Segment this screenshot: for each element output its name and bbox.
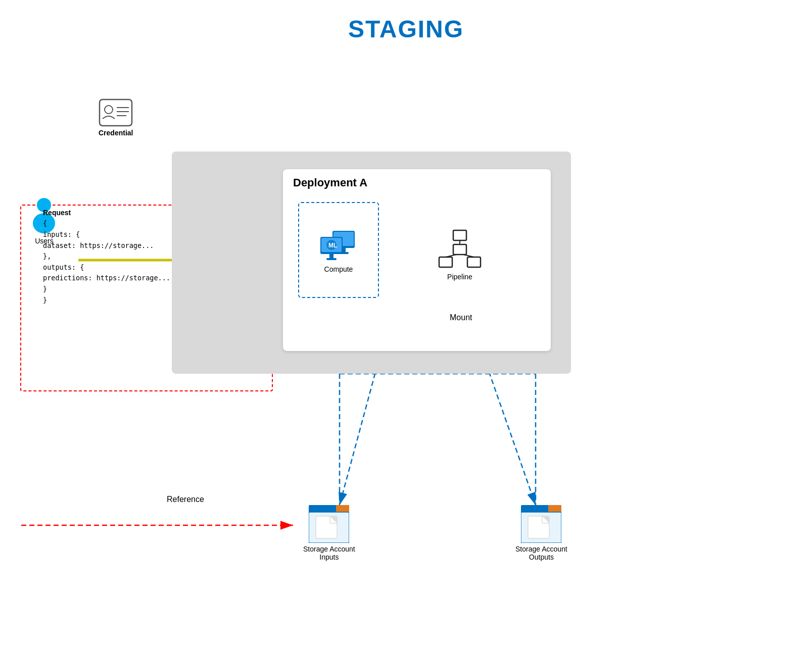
credential-svg <box>99 98 133 127</box>
storage-inputs-icon: Storage Account Inputs <box>303 505 355 561</box>
storage-inputs-svg <box>309 505 349 543</box>
credential-icon: Credential <box>99 98 133 137</box>
compute-svg: ML <box>318 227 359 262</box>
request-block: Request { inputs: { dataset: https://sto… <box>43 207 170 306</box>
request-line1: { <box>43 218 170 229</box>
request-line8: } <box>43 295 170 306</box>
svg-rect-15 <box>100 99 132 126</box>
svg-rect-34 <box>453 244 466 255</box>
compute-dashed-box: ML Compute <box>298 202 379 298</box>
request-line6: predictions: https://storage... <box>43 273 170 284</box>
reference-label: Reference <box>167 495 204 504</box>
deployment-a-box: Deployment A ML Compute <box>283 169 551 351</box>
svg-rect-30 <box>326 258 337 260</box>
pipeline-label: Pipeline <box>447 273 472 281</box>
request-line5: outputs: { <box>43 262 170 273</box>
pipeline-svg <box>437 229 483 270</box>
request-line7: } <box>43 284 170 295</box>
svg-rect-29 <box>329 254 333 258</box>
svg-point-16 <box>105 106 113 114</box>
page-title: STAGING <box>0 0 812 43</box>
svg-rect-31 <box>453 230 466 240</box>
storage-outputs-svg <box>521 505 561 543</box>
credential-label: Credential <box>99 129 133 137</box>
svg-text:ML: ML <box>328 242 337 249</box>
request-line3: dataset: https://storage... <box>43 240 170 252</box>
request-line2: inputs: { <box>43 229 170 240</box>
compute-label: Compute <box>324 265 353 273</box>
request-line4: }, <box>43 251 170 262</box>
deployment-area: Deployment A ML Compute <box>172 152 571 374</box>
storage-outputs-label: Storage Account Outputs <box>515 545 567 561</box>
request-label: Request <box>43 207 170 218</box>
storage-inputs-label: Storage Account Inputs <box>303 545 355 561</box>
mount-label: Mount <box>450 313 472 322</box>
deployment-a-title: Deployment A <box>283 169 551 189</box>
svg-rect-32 <box>439 257 452 267</box>
storage-outputs-icon: Storage Account Outputs <box>515 505 567 561</box>
svg-rect-33 <box>467 257 481 267</box>
pipeline-box: Pipeline <box>414 210 505 301</box>
